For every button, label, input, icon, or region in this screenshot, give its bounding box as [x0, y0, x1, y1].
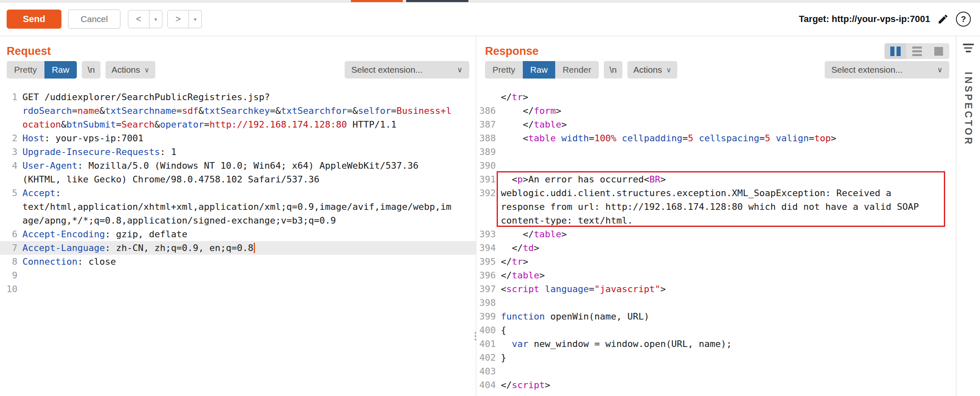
code-line[interactable]: 389	[478, 145, 956, 159]
error-highlight-box: 391 <p>An error has occurred<BR>392weblo…	[478, 172, 956, 227]
edit-target-icon[interactable]	[937, 13, 949, 25]
code-line[interactable]: 9	[0, 268, 476, 282]
send-button[interactable]: Send	[7, 10, 61, 29]
code-line[interactable]: 6Accept-Encoding: gzip, deflate	[0, 227, 476, 241]
code-text[interactable]: var new_window = window.open(URL, name);	[501, 337, 932, 351]
code-text[interactable]: weblogic.uddi.client.structures.exceptio…	[501, 186, 932, 227]
code-line[interactable]: 402}	[478, 351, 956, 364]
code-text[interactable]: </table>	[501, 268, 932, 282]
target-caption: Target:	[799, 14, 829, 24]
code-text[interactable]: User-Agent: Mozilla/5.0 (Windows NT 10.0…	[22, 159, 453, 186]
request-editor[interactable]: 1GET /uddiexplorer/SearchPublicRegistrie…	[0, 84, 476, 296]
help-icon[interactable]: ?	[956, 12, 971, 27]
code-line[interactable]: 4User-Agent: Mozilla/5.0 (Windows NT 10.…	[0, 159, 476, 186]
code-text[interactable]: Accept-Encoding: gzip, deflate	[22, 227, 453, 241]
history-back-dropdown[interactable]: ▾	[149, 10, 162, 28]
response-select-extension[interactable]: Select extension... ∨	[825, 61, 949, 79]
tab-request-raw[interactable]: Raw	[44, 61, 77, 79]
code-line[interactable]: 403	[478, 364, 956, 378]
code-text[interactable]: Host: your-vps-ip:7001	[22, 131, 453, 145]
tab-response-raw[interactable]: Raw	[523, 61, 555, 79]
code-text[interactable]: </td>	[501, 241, 932, 255]
code-text[interactable]	[501, 145, 932, 159]
tab-response-render[interactable]: Render	[555, 61, 599, 79]
code-line[interactable]: </tr>	[478, 90, 956, 104]
history-back-button[interactable]: <	[128, 10, 149, 28]
code-text[interactable]: Accept: text/html,application/xhtml+xml,…	[22, 186, 453, 227]
code-text[interactable]	[22, 282, 453, 296]
code-line[interactable]: 400{	[478, 323, 956, 337]
request-newline-toggle[interactable]: \n	[82, 61, 101, 79]
code-text[interactable]: Accept-Language: zh-CN, zh;q=0.9, en;q=0…	[22, 241, 453, 255]
code-text[interactable]	[501, 159, 932, 172]
response-panel: Response Pretty Raw Rend	[478, 36, 956, 396]
code-text[interactable]: GET /uddiexplorer/SearchPublicRegistries…	[22, 90, 453, 131]
code-text[interactable]: </script>	[501, 378, 932, 392]
code-text[interactable]: function openWin(name, URL)	[501, 310, 932, 323]
code-text[interactable]: {	[501, 323, 932, 337]
code-line[interactable]: 399function openWin(name, URL)	[478, 310, 956, 323]
code-text[interactable]: </form>	[501, 104, 932, 118]
target-url: http://your-vps-ip:7001	[832, 14, 930, 24]
tab-request-pretty[interactable]: Pretty	[7, 61, 44, 79]
code-line[interactable]: 390	[478, 159, 956, 172]
code-line[interactable]: 7Accept-Language: zh-CN, zh;q=0.9, en;q=…	[0, 241, 476, 255]
code-line[interactable]: 3Upgrade-Insecure-Requests: 1	[0, 145, 476, 159]
code-line[interactable]: 401 var new_window = window.open(URL, na…	[478, 337, 956, 351]
response-editor[interactable]: </tr>386 </form>387 </table>388 <table w…	[478, 84, 956, 392]
code-line[interactable]: 397<script language="javascript">	[478, 282, 956, 296]
code-text[interactable]: </tr>	[501, 90, 932, 104]
code-line[interactable]: 391 <p>An error has occurred<BR>	[478, 172, 956, 186]
code-text[interactable]: <table width=100% cellpadding=5 cellspac…	[501, 131, 932, 145]
history-forward-button[interactable]: >	[167, 10, 189, 28]
code-line[interactable]: 8Connection: close	[0, 255, 476, 268]
history-forward-dropdown[interactable]: ▾	[189, 10, 202, 28]
code-text[interactable]: </tr>	[501, 255, 932, 268]
code-line[interactable]: 396</table>	[478, 268, 956, 282]
code-text[interactable]: Upgrade-Insecure-Requests: 1	[22, 145, 453, 159]
code-line[interactable]: 386 </form>	[478, 104, 956, 118]
code-text[interactable]: Connection: close	[22, 255, 453, 268]
code-line[interactable]: 5Accept: text/html,application/xhtml+xml…	[0, 186, 476, 227]
inspector-collapse-icon[interactable]	[963, 44, 974, 52]
request-actions-button[interactable]: Actions ∨	[105, 61, 155, 79]
code-line[interactable]: 2Host: your-vps-ip:7001	[0, 131, 476, 145]
code-line[interactable]: 387 </table>	[478, 118, 956, 131]
code-line[interactable]: 398	[478, 296, 956, 310]
response-panel-header: Response	[478, 41, 956, 61]
line-number: 10	[0, 282, 22, 296]
code-text[interactable]	[501, 364, 932, 378]
window-tab-strip	[0, 0, 980, 2]
history-back-split-button: < ▾	[128, 10, 162, 28]
layout-single-button[interactable]	[928, 43, 949, 59]
code-line[interactable]: 392weblogic.uddi.client.structures.excep…	[478, 186, 956, 227]
code-text[interactable]: <p>An error has occurred<BR>	[501, 172, 932, 186]
tab-response-pretty[interactable]: Pretty	[485, 61, 523, 79]
code-line[interactable]: 10	[0, 282, 476, 296]
code-text[interactable]: </table>	[501, 227, 932, 241]
code-line[interactable]: 395</tr>	[478, 255, 956, 268]
layout-columns-button[interactable]	[884, 43, 906, 59]
code-line[interactable]: 394 </td>	[478, 241, 956, 255]
line-number: 402	[478, 351, 501, 364]
response-actions-button[interactable]: Actions ∨	[627, 61, 677, 79]
code-line[interactable]: 388 <table width=100% cellpadding=5 cell…	[478, 131, 956, 145]
inspector-label[interactable]: INSPECTOR	[963, 72, 974, 146]
code-text[interactable]: }	[501, 351, 932, 364]
request-panel: Request Pretty Raw \n Actions ∨ Select e…	[0, 36, 476, 396]
code-line[interactable]: 404</script>	[478, 378, 956, 392]
request-panel-header: Request	[0, 41, 476, 61]
line-number: 1	[0, 90, 22, 131]
code-text[interactable]	[501, 296, 932, 310]
cancel-button[interactable]: Cancel	[68, 10, 120, 29]
code-text[interactable]	[22, 268, 453, 282]
panel-resize-handle[interactable]	[475, 332, 476, 340]
layout-rows-button[interactable]	[906, 43, 928, 59]
code-text[interactable]: </table>	[501, 118, 932, 131]
code-line[interactable]: 393 </table>	[478, 227, 956, 241]
code-line[interactable]: 1GET /uddiexplorer/SearchPublicRegistrie…	[0, 90, 476, 131]
code-text[interactable]: <script language="javascript">	[501, 282, 932, 296]
request-select-extension[interactable]: Select extension... ∨	[345, 61, 469, 79]
inspector-sidebar: INSPECTOR	[956, 36, 980, 396]
response-newline-toggle[interactable]: \n	[604, 61, 623, 79]
